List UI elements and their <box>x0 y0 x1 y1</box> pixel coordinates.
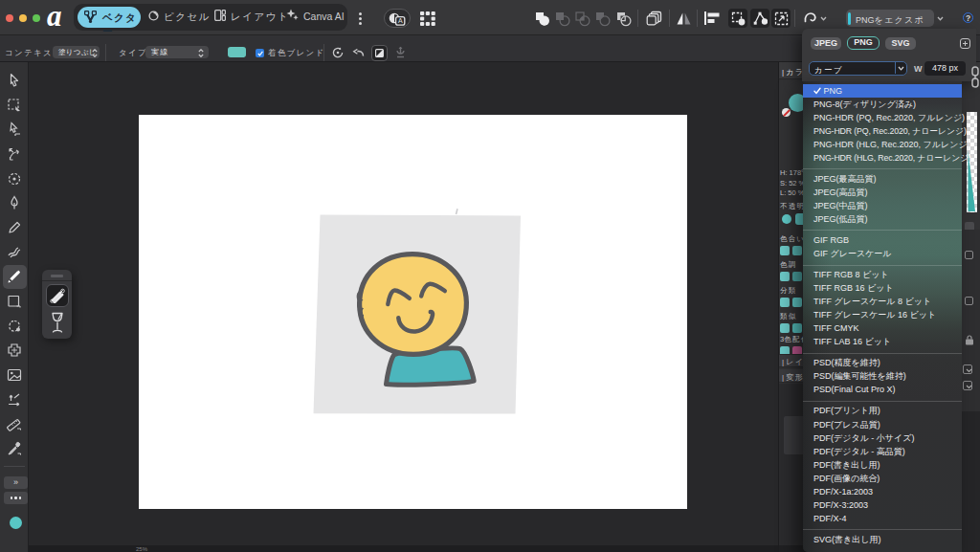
svg-text:A: A <box>398 17 403 24</box>
